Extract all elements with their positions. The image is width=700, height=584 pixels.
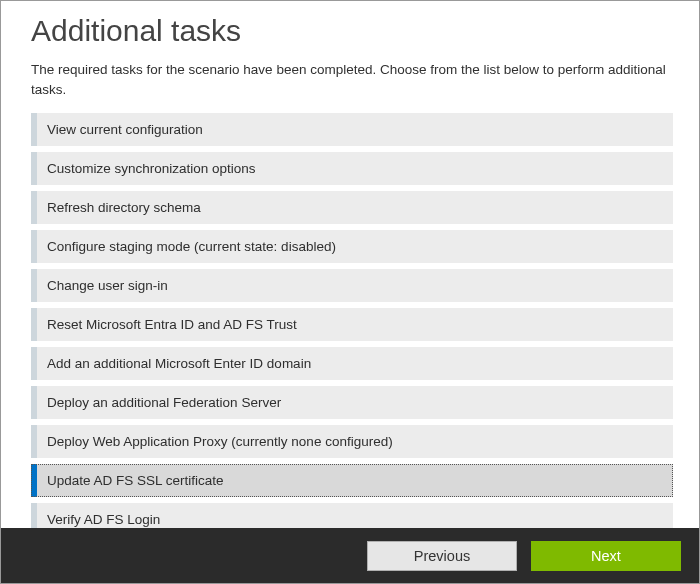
task-item[interactable]: Deploy an additional Federation Server: [31, 386, 673, 419]
page-description: The required tasks for the scenario have…: [31, 60, 673, 99]
task-item[interactable]: Configure staging mode (current state: d…: [31, 230, 673, 263]
task-label: Verify AD FS Login: [37, 503, 673, 528]
task-item[interactable]: Update AD FS SSL certificate: [31, 464, 673, 497]
task-item[interactable]: Verify AD FS Login: [31, 503, 673, 528]
task-item[interactable]: View current configuration: [31, 113, 673, 146]
page-title: Additional tasks: [31, 14, 673, 48]
task-label: Deploy an additional Federation Server: [37, 386, 673, 419]
task-item[interactable]: Deploy Web Application Proxy (currently …: [31, 425, 673, 458]
footer-bar: Previous Next: [1, 528, 699, 583]
task-label: Deploy Web Application Proxy (currently …: [37, 425, 673, 458]
task-label: Configure staging mode (current state: d…: [37, 230, 673, 263]
task-label: Add an additional Microsoft Enter ID dom…: [37, 347, 673, 380]
task-list: View current configurationCustomize sync…: [31, 113, 673, 528]
task-label: Reset Microsoft Entra ID and AD FS Trust: [37, 308, 673, 341]
task-label: Customize synchronization options: [37, 152, 673, 185]
task-label: Update AD FS SSL certificate: [37, 464, 673, 497]
task-label: Refresh directory schema: [37, 191, 673, 224]
task-item[interactable]: Customize synchronization options: [31, 152, 673, 185]
task-label: Change user sign-in: [37, 269, 673, 302]
task-item[interactable]: Reset Microsoft Entra ID and AD FS Trust: [31, 308, 673, 341]
task-item[interactable]: Add an additional Microsoft Enter ID dom…: [31, 347, 673, 380]
task-item[interactable]: Refresh directory schema: [31, 191, 673, 224]
previous-button[interactable]: Previous: [367, 541, 517, 571]
task-label: View current configuration: [37, 113, 673, 146]
next-button[interactable]: Next: [531, 541, 681, 571]
main-content: Additional tasks The required tasks for …: [1, 1, 699, 528]
task-item[interactable]: Change user sign-in: [31, 269, 673, 302]
